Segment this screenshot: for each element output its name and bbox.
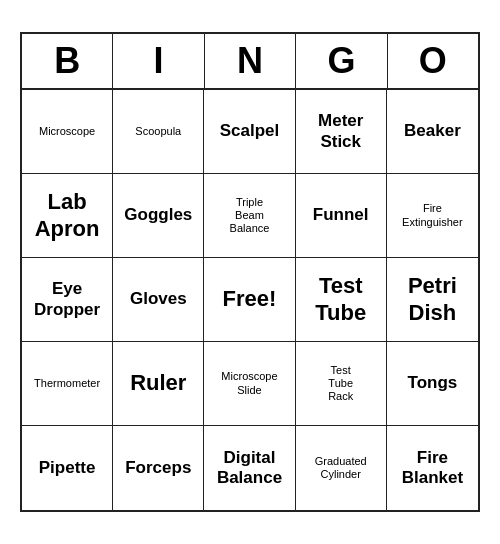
bingo-cell-3[interactable]: MeterStick <box>296 90 387 174</box>
bingo-cell-9[interactable]: FireExtinguisher <box>387 174 478 258</box>
bingo-cell-14[interactable]: PetriDish <box>387 258 478 342</box>
bingo-cell-5[interactable]: LabApron <box>22 174 113 258</box>
cell-text-2: Scalpel <box>220 121 280 141</box>
cell-text-7: TripleBeamBalance <box>230 196 270 236</box>
bingo-cell-19[interactable]: Tongs <box>387 342 478 426</box>
cell-text-10: EyeDropper <box>34 279 100 320</box>
cell-text-12: Free! <box>223 286 277 312</box>
cell-text-23: GraduatedCylinder <box>315 455 367 481</box>
bingo-letter-N: N <box>205 34 296 88</box>
cell-text-15: Thermometer <box>34 377 100 390</box>
bingo-card: BINGO MicroscopeScoopulaScalpelMeterStic… <box>20 32 480 512</box>
bingo-cell-16[interactable]: Ruler <box>113 342 204 426</box>
cell-text-3: MeterStick <box>318 111 363 152</box>
bingo-letter-B: B <box>22 34 113 88</box>
bingo-cell-7[interactable]: TripleBeamBalance <box>204 174 295 258</box>
bingo-cell-1[interactable]: Scoopula <box>113 90 204 174</box>
bingo-grid: MicroscopeScoopulaScalpelMeterStickBeake… <box>22 90 478 510</box>
bingo-cell-4[interactable]: Beaker <box>387 90 478 174</box>
cell-text-13: TestTube <box>315 273 366 326</box>
bingo-cell-21[interactable]: Forceps <box>113 426 204 510</box>
cell-text-0: Microscope <box>39 125 95 138</box>
cell-text-22: DigitalBalance <box>217 448 282 489</box>
cell-text-8: Funnel <box>313 205 369 225</box>
bingo-cell-18[interactable]: TestTubeRack <box>296 342 387 426</box>
cell-text-11: Gloves <box>130 289 187 309</box>
bingo-cell-17[interactable]: MicroscopeSlide <box>204 342 295 426</box>
bingo-letter-O: O <box>388 34 478 88</box>
bingo-cell-15[interactable]: Thermometer <box>22 342 113 426</box>
bingo-cell-13[interactable]: TestTube <box>296 258 387 342</box>
bingo-cell-11[interactable]: Gloves <box>113 258 204 342</box>
cell-text-24: FireBlanket <box>402 448 463 489</box>
bingo-cell-24[interactable]: FireBlanket <box>387 426 478 510</box>
bingo-cell-20[interactable]: Pipette <box>22 426 113 510</box>
cell-text-20: Pipette <box>39 458 96 478</box>
cell-text-5: LabApron <box>35 189 100 242</box>
cell-text-6: Goggles <box>124 205 192 225</box>
cell-text-17: MicroscopeSlide <box>221 370 277 396</box>
bingo-cell-2[interactable]: Scalpel <box>204 90 295 174</box>
cell-text-19: Tongs <box>408 373 458 393</box>
cell-text-1: Scoopula <box>135 125 181 138</box>
bingo-letter-I: I <box>113 34 204 88</box>
cell-text-14: PetriDish <box>408 273 457 326</box>
bingo-header: BINGO <box>22 34 478 90</box>
cell-text-4: Beaker <box>404 121 461 141</box>
cell-text-9: FireExtinguisher <box>402 202 463 228</box>
bingo-cell-12[interactable]: Free! <box>204 258 295 342</box>
bingo-cell-0[interactable]: Microscope <box>22 90 113 174</box>
bingo-cell-10[interactable]: EyeDropper <box>22 258 113 342</box>
bingo-cell-8[interactable]: Funnel <box>296 174 387 258</box>
bingo-cell-6[interactable]: Goggles <box>113 174 204 258</box>
cell-text-16: Ruler <box>130 370 186 396</box>
bingo-cell-23[interactable]: GraduatedCylinder <box>296 426 387 510</box>
bingo-letter-G: G <box>296 34 387 88</box>
cell-text-18: TestTubeRack <box>328 364 353 404</box>
bingo-cell-22[interactable]: DigitalBalance <box>204 426 295 510</box>
cell-text-21: Forceps <box>125 458 191 478</box>
